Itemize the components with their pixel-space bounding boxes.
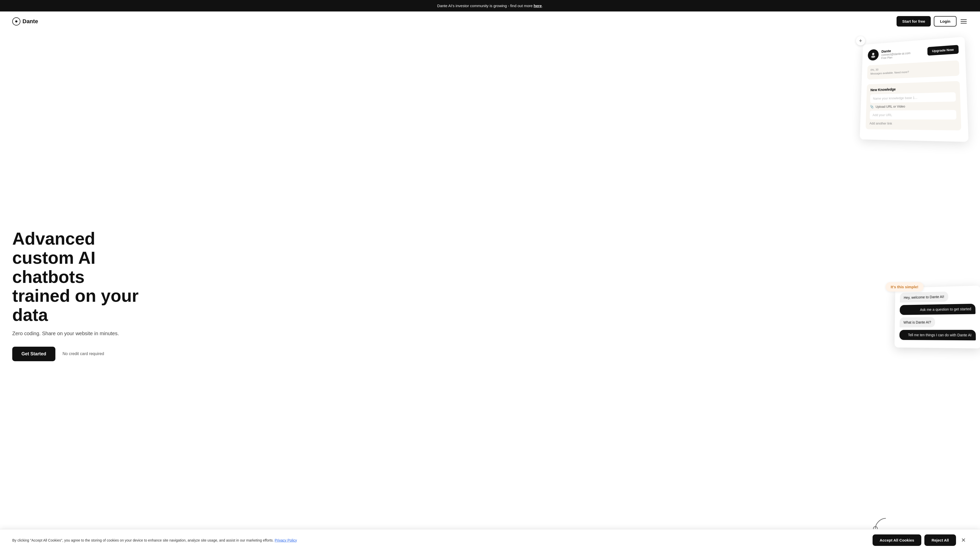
- chat-prompt3: Tell me ten things I can do with Dante A…: [899, 330, 976, 340]
- upload-url-label: Upload URL or Video: [876, 104, 905, 108]
- chat-card: Hey, welcome to Dante AI! Ask me a quest…: [894, 286, 980, 348]
- reject-all-button[interactable]: Reject All: [924, 534, 956, 546]
- get-started-button[interactable]: Get Started: [12, 347, 56, 361]
- chat-prompt1: Ask me a question to get started: [900, 304, 975, 315]
- logo-icon: [12, 17, 21, 25]
- start-for-free-button[interactable]: Start for free: [897, 16, 931, 27]
- hero-visual: + Dante connect@dante-ai.com Free Plan U…: [753, 31, 980, 551]
- upgrade-now-button[interactable]: Upgrade Now: [928, 44, 959, 56]
- dashboard-card: Dante connect@dante-ai.com Free Plan Upg…: [860, 37, 969, 142]
- avatar-icon: [870, 52, 877, 59]
- stat-messages-label: Messages available. Need more?: [870, 68, 956, 75]
- add-url-input: Add your URL: [870, 110, 956, 120]
- nav-right: Start for free Login: [897, 16, 968, 27]
- stat-percent-label: 0%, 30: [870, 64, 956, 71]
- user-plan: Free Plan: [881, 55, 911, 59]
- stat-card-percent: 0%, 30 Messages available. Need more?: [867, 60, 959, 79]
- no-credit-card-text: No credit card required: [62, 351, 104, 356]
- chat-prompt2: What is Dante AI?: [900, 317, 935, 327]
- svg-point-1: [15, 21, 18, 22]
- add-another-link[interactable]: Add another link: [870, 121, 957, 126]
- hero-title: Advanced custom AI chatbots trained on y…: [12, 229, 145, 324]
- accept-all-cookies-button[interactable]: Accept All Cookies: [873, 534, 921, 546]
- cookie-actions: Accept All Cookies Reject All ✕: [873, 534, 968, 546]
- top-banner: Dante AI's investor community is growing…: [0, 0, 980, 11]
- hero-left: Advanced custom AI chatbots trained on y…: [12, 229, 145, 361]
- privacy-policy-link[interactable]: Privacy Policy: [275, 538, 297, 542]
- hero-subtitle: Zero coding. Share on your website in mi…: [12, 330, 145, 337]
- user-info: Dante connect@dante-ai.com Free Plan: [881, 47, 911, 59]
- simple-bubble: It's this simple!: [886, 282, 924, 292]
- dashboard-top: Dante connect@dante-ai.com Free Plan Upg…: [868, 43, 959, 61]
- knowledge-title: New Knowledge: [870, 86, 956, 92]
- logo-text: Dante: [22, 18, 38, 25]
- logo[interactable]: Dante: [12, 17, 38, 25]
- knowledge-section: New Knowledge Name your knowledge base 1…: [865, 81, 961, 130]
- stats-row: 0%, 30 Messages available. Need more?: [867, 60, 959, 79]
- banner-text: Dante AI's investor community is growing…: [437, 3, 534, 8]
- cookie-banner: By clicking "Accept All Cookies", you ag…: [0, 529, 980, 551]
- knowledge-input-placeholder: Name your knowledge base 1...: [870, 92, 956, 103]
- upload-row: 📎 Upload URL or Video: [870, 104, 956, 109]
- navbar: Dante Start for free Login: [0, 11, 980, 31]
- login-button[interactable]: Login: [934, 16, 956, 27]
- svg-point-3: [871, 56, 875, 58]
- chat-welcome: Hey, welcome to Dante AI!: [900, 292, 948, 303]
- user-name: Dante: [881, 47, 911, 53]
- avatar: [868, 49, 879, 61]
- svg-point-2: [872, 53, 874, 56]
- plus-button[interactable]: +: [856, 36, 865, 45]
- user-email: connect@dante-ai.com: [881, 51, 910, 57]
- cookie-text: By clicking "Accept All Cookies", you ag…: [12, 538, 866, 542]
- hero-section: Advanced custom AI chatbots trained on y…: [0, 31, 980, 551]
- menu-icon[interactable]: [959, 18, 968, 24]
- upload-label: 📎: [870, 105, 874, 109]
- banner-link[interactable]: here: [534, 3, 542, 8]
- close-cookie-banner-button[interactable]: ✕: [959, 536, 968, 545]
- hero-actions: Get Started No credit card required: [12, 347, 145, 361]
